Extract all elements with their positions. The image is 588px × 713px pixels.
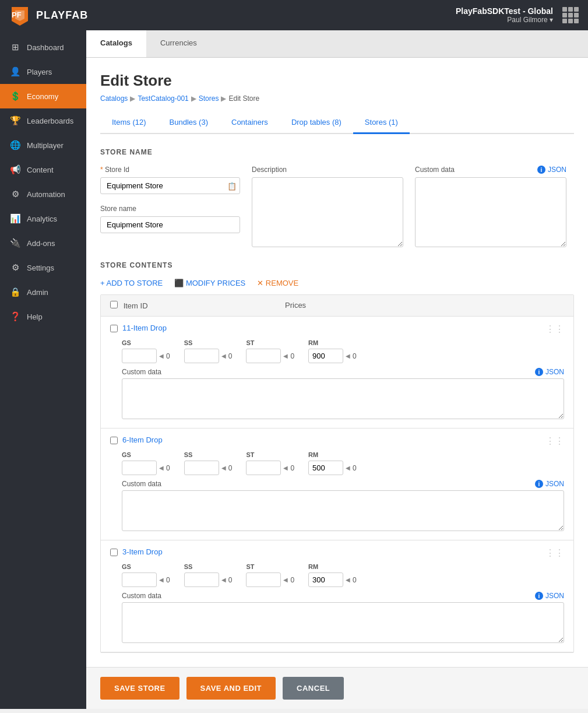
modify-prices-link[interactable]: ⬛ MODIFY PRICES <box>174 279 245 287</box>
economy-icon: 💲 <box>9 91 21 101</box>
store-name-label: Store name <box>100 205 240 213</box>
svg-text:PF: PF <box>12 10 22 19</box>
grid-icon[interactable] <box>562 7 579 23</box>
price-group-rm-2: RM ◀ 0 <box>308 451 357 475</box>
sidebar-item-content[interactable]: 📢 Content <box>0 157 86 182</box>
description-group: Description <box>252 166 403 247</box>
item-row-top: 6-Item Drop ⋮⋮ <box>110 435 564 447</box>
logo: PF PLAYFAB <box>9 5 88 26</box>
item-checkbox-2[interactable] <box>110 437 118 444</box>
item-name-2[interactable]: 6-Item Drop <box>122 435 163 444</box>
cancel-button[interactable]: CANCEL <box>283 677 344 700</box>
table-row: 11-Item Drop ⋮⋮ GS ◀ 0 <box>101 317 573 428</box>
tab-catalogs[interactable]: Catalogs <box>86 30 146 57</box>
content-icon: 📢 <box>9 164 21 175</box>
sidebar-item-economy[interactable]: 💲 Economy <box>0 84 86 108</box>
sub-tab-items[interactable]: Items (12) <box>100 112 158 134</box>
store-id-input[interactable] <box>100 177 240 194</box>
addons-icon: 🔌 <box>9 238 21 248</box>
sub-tab-stores[interactable]: Stores (1) <box>353 112 410 134</box>
players-icon: 👤 <box>9 66 21 77</box>
sidebar-item-multiplayer[interactable]: 🌐 Multiplayer <box>0 133 86 157</box>
description-textarea[interactable] <box>252 177 403 247</box>
sidebar-item-label: Dashboard <box>27 43 64 52</box>
add-to-store-link[interactable]: + ADD TO STORE <box>100 279 163 287</box>
topbar-right: PlayFabSDKTest - Global Paul Gilmore ▾ <box>456 6 579 24</box>
main-tabs-bar: Catalogs Currencies <box>86 30 588 58</box>
price-group-st-1: ST ◀ 0 <box>246 339 294 363</box>
bottom-bar: SAVE STORE SAVE AND EDIT CANCEL <box>86 667 588 709</box>
price-group-ss-1: SS ◀ 0 <box>184 339 233 363</box>
sidebar-item-label: Content <box>27 166 54 174</box>
sidebar-item-help[interactable]: ❓ Help <box>0 304 86 329</box>
price-input-gs-2[interactable] <box>122 461 157 475</box>
item-json-link-2[interactable]: i JSON <box>535 480 564 488</box>
drag-handle-1[interactable]: ⋮⋮ <box>545 324 564 335</box>
sidebar-item-automation[interactable]: ⚙ Automation <box>0 182 86 206</box>
price-input-rm-3[interactable] <box>308 572 343 587</box>
breadcrumb-stores[interactable]: Stores <box>199 94 219 103</box>
remove-link[interactable]: ✕ REMOVE <box>257 279 298 287</box>
price-input-st-3[interactable] <box>246 572 281 587</box>
settings-icon: ⚙ <box>9 262 21 273</box>
store-id-input-wrapper: 📋 <box>100 177 240 194</box>
drag-handle-2[interactable]: ⋮⋮ <box>545 435 564 447</box>
price-input-gs-1[interactable] <box>122 349 157 363</box>
price-input-ss-3[interactable] <box>184 572 219 587</box>
main-area: Catalogs Currencies Edit Store Catalogs … <box>86 30 588 709</box>
price-input-st-1[interactable] <box>246 349 281 363</box>
item-checkbox-1[interactable] <box>110 325 118 332</box>
item-custom-data-textarea-1[interactable] <box>122 378 564 419</box>
price-group-st-3: ST ◀ 0 <box>246 563 294 587</box>
item-json-link-1[interactable]: i JSON <box>535 368 564 376</box>
custom-data-json-link[interactable]: i JSON <box>537 166 566 174</box>
prices-row-3: GS ◀ 0 SS ◀ <box>122 563 564 587</box>
price-input-rm-2[interactable] <box>308 461 343 475</box>
leaderboards-icon: 🏆 <box>9 115 21 126</box>
save-store-button[interactable]: SAVE STORE <box>100 677 179 700</box>
item-name-3[interactable]: 3-Item Drop <box>122 547 163 556</box>
prices-row-1: GS ◀ 0 SS ◀ <box>122 339 564 363</box>
item-checkbox-3[interactable] <box>110 549 118 556</box>
item-name-1[interactable]: 11-Item Drop <box>122 324 167 332</box>
sub-tab-bundles[interactable]: Bundles (3) <box>158 112 220 134</box>
automation-icon: ⚙ <box>9 189 21 199</box>
sidebar-item-leaderboards[interactable]: 🏆 Leaderboards <box>0 108 86 133</box>
drag-handle-3[interactable]: ⋮⋮ <box>545 547 564 559</box>
item-json-link-3[interactable]: i JSON <box>535 592 564 600</box>
select-all-checkbox[interactable] <box>110 301 118 308</box>
price-input-gs-3[interactable] <box>122 572 157 587</box>
dashboard-icon: ⊞ <box>9 42 21 52</box>
breadcrumb-testcatalog[interactable]: TestCatalog-001 <box>138 94 188 103</box>
tab-currencies[interactable]: Currencies <box>146 30 211 57</box>
item-custom-data-textarea-2[interactable] <box>122 490 564 531</box>
sidebar-item-players[interactable]: 👤 Players <box>0 59 86 84</box>
logo-text: PLAYFAB <box>36 9 88 22</box>
sidebar-item-addons[interactable]: 🔌 Add-ons <box>0 231 86 255</box>
sidebar-item-analytics[interactable]: 📊 Analytics <box>0 206 86 231</box>
sub-tab-containers[interactable]: Containers <box>220 112 280 134</box>
price-input-st-2[interactable] <box>246 461 281 475</box>
custom-data-row-3: Custom data i JSON <box>122 592 564 645</box>
store-actions: + ADD TO STORE ⬛ MODIFY PRICES ✕ REMOVE <box>100 279 574 287</box>
custom-data-row-1: Custom data i JSON <box>122 368 564 421</box>
item-custom-data-textarea-3[interactable] <box>122 602 564 643</box>
custom-data-textarea[interactable] <box>415 177 566 247</box>
save-and-edit-button[interactable]: SAVE AND EDIT <box>186 677 276 700</box>
table-row: 6-Item Drop ⋮⋮ GS ◀ 0 <box>101 428 573 540</box>
price-input-ss-2[interactable] <box>184 461 219 475</box>
content-area: Edit Store Catalogs ▶ TestCatalog-001 ▶ … <box>86 58 588 667</box>
store-table: Item ID Prices 11-Item Drop ⋮⋮ <box>100 294 574 653</box>
user-name: Paul Gilmore ▾ <box>456 16 553 24</box>
sidebar-item-admin[interactable]: 🔒 Admin <box>0 280 86 304</box>
sub-tab-drop-tables[interactable]: Drop tables (8) <box>280 112 353 134</box>
breadcrumb-catalogs[interactable]: Catalogs <box>100 94 128 103</box>
store-name-section-title: STORE NAME <box>100 148 574 156</box>
sidebar-item-settings[interactable]: ⚙ Settings <box>0 255 86 280</box>
price-input-rm-1[interactable] <box>308 349 343 363</box>
sidebar-item-dashboard[interactable]: ⊞ Dashboard <box>0 35 86 59</box>
custom-data-label: Custom data <box>415 166 455 174</box>
copy-icon[interactable]: 📋 <box>227 181 237 190</box>
price-input-ss-1[interactable] <box>184 349 219 363</box>
store-name-input[interactable] <box>100 216 240 233</box>
